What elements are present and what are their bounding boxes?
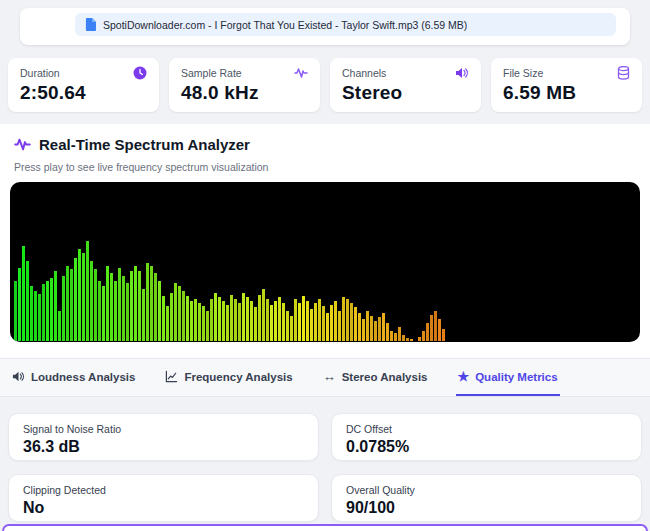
spectrum-bar [386,323,389,341]
tab-label: Stereo Analysis [342,371,428,383]
stat-value: Stereo [342,82,469,104]
spectrum-bar [410,339,413,341]
spectrum-bar [126,283,129,341]
metric-card-clipping: Clipping Detected No [8,474,319,522]
top-header-card: SpotiDownloader.com - I Forgot That You … [20,8,630,45]
file-icon [85,18,96,31]
spectrum-bar [50,278,53,341]
spectrum-bar [58,311,61,341]
spectrum-bar [286,311,289,341]
spectrum-bar [390,331,393,341]
stat-card-channels: Channels Stereo [330,58,481,112]
spectrum-bar [422,331,425,341]
spectrum-bar [90,261,93,341]
spectrum-bar [322,306,325,341]
spectrum-bar [142,289,145,341]
spectrum-bar [318,299,321,341]
stat-card-sample-rate: Sample Rate 48.0 kHz [169,58,320,112]
spectrum-bar [306,301,309,341]
metric-card-overall-quality: Overall Quality 90/100 [331,474,642,522]
spectrum-bar [54,271,57,341]
spectrum-bar [274,301,277,341]
spectrum-section: Real-Time Spectrum Analyzer Press play t… [0,124,650,359]
spectrum-bar [198,303,201,341]
spectrum-bar [430,315,433,341]
spectrum-bar [254,307,257,341]
spectrum-canvas [10,182,640,342]
activity-icon [14,136,31,153]
spectrum-bar [150,266,153,341]
spectrum-bar [330,305,333,341]
metric-value: 0.0785% [346,438,627,456]
spectrum-bar [102,286,105,341]
spectrum-bar [418,337,421,341]
spectrum-bar [174,283,177,341]
spectrum-bar [438,319,441,341]
star-icon: ★ [458,370,470,383]
spectrum-bar [106,266,109,341]
spectrum-bar [426,323,429,341]
stats-row: Duration 2:50.64 Sample Rate 48.0 kHz Ch… [8,58,642,112]
spectrum-bar [14,281,17,341]
spectrum-bar [70,269,73,341]
spectrum-bar [258,295,261,341]
spectrum-bar [30,286,33,341]
spectrum-bar [250,301,253,341]
stat-label: Sample Rate [181,67,242,79]
metric-label: Signal to Noise Ratio [23,423,304,435]
spectrum-bar [398,327,401,341]
spectrum-bar [170,293,173,341]
volume-icon [12,370,25,383]
spectrum-bar [98,281,101,341]
tab-stereo-analysis[interactable]: ↔ Stereo Analysis [321,359,430,396]
spectrum-bar [358,313,361,341]
spectrum-bar [402,335,405,341]
spectrum-bar [210,299,213,341]
file-info-bar: SpotiDownloader.com - I Forgot That You … [75,13,616,36]
database-icon [617,66,630,80]
spectrum-bar [46,281,49,341]
spectrum-bar [154,273,157,341]
spectrum-bar [234,299,237,341]
spectrum-bar [114,281,117,341]
spectrum-bar [186,296,189,341]
metric-card-dc-offset: DC Offset 0.0785% [331,413,642,461]
spectrum-bar [146,263,149,341]
spectrum-bar [282,303,285,341]
section-subtitle: Press play to see live frequency spectru… [14,161,640,173]
spectrum-bar [202,306,205,341]
spectrum-bar [218,297,221,341]
spectrum-bar [334,301,337,341]
spectrum-bar [230,295,233,341]
spectrum-bar [298,303,301,341]
spectrum-bar [122,276,125,341]
spectrum-bar [226,305,229,341]
tab-frequency-analysis[interactable]: Frequency Analysis [163,359,294,396]
tab-label: Quality Metrics [475,371,557,383]
tab-loudness-analysis[interactable]: Loudness Analysis [10,359,137,396]
spectrum-bar [370,316,373,341]
spectrum-bar [394,333,397,341]
spectrum-bar [262,289,265,341]
stat-label: File Size [503,67,543,79]
chart-line-icon [165,370,178,383]
analysis-tabs: Loudness Analysis Frequency Analysis ↔ S… [0,359,650,397]
spectrum-bar [222,301,225,341]
next-panel-top-edge [2,524,648,531]
metric-value: No [23,499,304,517]
metric-label: DC Offset [346,423,627,435]
spectrum-bar [22,246,25,341]
quality-metrics-grid: Signal to Noise Ratio 36.3 dB DC Offset … [8,413,642,522]
metric-label: Overall Quality [346,484,627,496]
volume-icon [455,66,469,80]
spectrum-bar [74,258,77,341]
spectrum-bar [182,291,185,341]
spectrum-bar [78,249,81,341]
spectrum-bar [118,268,121,341]
spectrum-bar [138,271,141,341]
metric-card-snr: Signal to Noise Ratio 36.3 dB [8,413,319,461]
tab-quality-metrics[interactable]: ★ Quality Metrics [456,359,560,396]
activity-icon [294,66,308,80]
spectrum-bar [310,309,313,341]
metric-label: Clipping Detected [23,484,304,496]
